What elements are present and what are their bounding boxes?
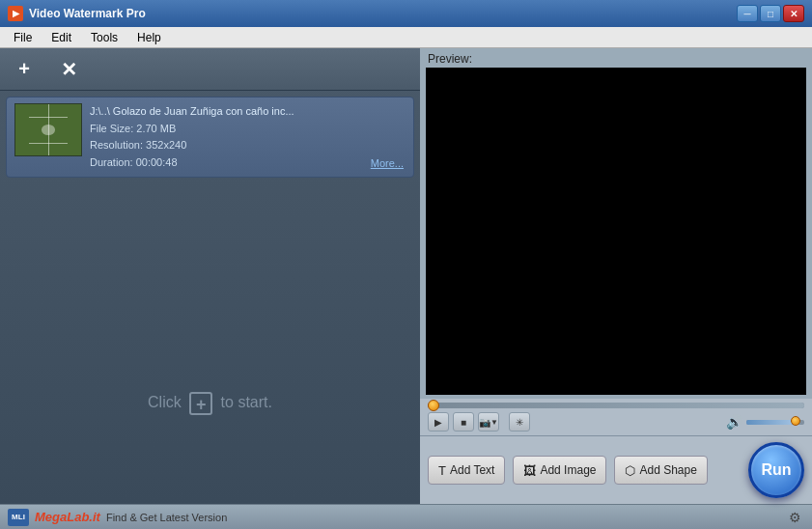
menu-tools[interactable]: Tools — [81, 29, 127, 46]
playback-bar: ▶ ■ 📷 ▼ ✳ 🔊 — [420, 399, 812, 435]
action-area: T Add Text 🖼 Add Image ⬡ Add Shape Run — [420, 435, 812, 504]
file-name: J:\..\ Golazo de Juan Zuñiga con caño in… — [90, 103, 302, 121]
file-info: J:\..\ Golazo de Juan Zuñiga con caño in… — [90, 103, 406, 171]
maximize-button[interactable]: □ — [760, 5, 781, 22]
plus-icon: + — [189, 392, 212, 415]
volume-thumb[interactable] — [791, 416, 800, 426]
camera-icon: 📷 — [479, 417, 490, 428]
add-image-button[interactable]: 🖼 Add Image — [513, 456, 606, 485]
status-bar: MLI MegaLab.it Find & Get Latest Version… — [0, 504, 812, 529]
preview-label: Preview: — [420, 48, 812, 68]
menu-edit[interactable]: Edit — [42, 29, 81, 46]
seek-thumb[interactable] — [428, 400, 439, 411]
app-icon: ▶ — [8, 6, 23, 21]
run-button[interactable]: Run — [748, 442, 804, 498]
add-file-button[interactable]: + — [10, 55, 39, 84]
text-icon: T — [438, 463, 446, 478]
add-image-label: Add Image — [540, 463, 596, 477]
menu-file[interactable]: File — [4, 29, 42, 46]
click-to-start-text: Click + to start. — [148, 392, 272, 415]
add-shape-button[interactable]: ⬡ Add Shape — [614, 456, 707, 485]
add-text-button[interactable]: T Add Text — [428, 456, 505, 485]
volume-icon: 🔊 — [726, 414, 742, 430]
volume-fill — [746, 420, 793, 425]
play-button[interactable]: ▶ — [428, 412, 449, 432]
menu-help[interactable]: Help — [127, 29, 171, 46]
remove-file-button[interactable]: ✕ — [54, 55, 83, 84]
menu-bar: File Edit Tools Help — [0, 27, 812, 48]
file-list: J:\..\ Golazo de Juan Zuñiga con caño in… — [0, 91, 420, 303]
title-bar: ▶ Video Watermark Pro ─ □ ✕ — [0, 0, 812, 27]
sparkle-button[interactable]: ✳ — [509, 412, 530, 432]
camera-dropdown-arrow: ▼ — [490, 418, 498, 427]
thumbnail-image — [15, 104, 81, 155]
shape-icon: ⬡ — [625, 463, 635, 478]
add-text-label: Add Text — [450, 463, 494, 477]
add-shape-label: Add Shape — [639, 463, 696, 477]
stop-button[interactable]: ■ — [453, 412, 474, 432]
file-list-item[interactable]: J:\..\ Golazo de Juan Zuñiga con caño in… — [6, 97, 414, 178]
camera-button[interactable]: 📷 ▼ — [478, 412, 499, 432]
status-text: Find & Get Latest Version — [106, 512, 779, 523]
image-icon: 🖼 — [523, 463, 536, 478]
settings-icon[interactable]: ⚙ — [785, 508, 804, 527]
volume-area: 🔊 — [726, 414, 804, 430]
preview-area — [426, 68, 806, 395]
sparkle-icon: ✳ — [516, 417, 523, 428]
close-button[interactable]: ✕ — [783, 5, 804, 22]
seek-bar[interactable] — [428, 403, 804, 408]
megalab-logo: MegaLab.it — [35, 510, 100, 524]
controls-row: ▶ ■ 📷 ▼ ✳ 🔊 — [428, 412, 804, 432]
right-panel: Preview: ▶ ■ 📷 ▼ ✳ 🔊 — [420, 48, 812, 504]
click-to-start-area: Click + to start. — [0, 303, 420, 504]
left-panel: + ✕ J:\..\ Golazo de Juan Zuñiga con cañ… — [0, 48, 420, 504]
mli-badge: MLI — [8, 509, 29, 526]
minimize-button[interactable]: ─ — [737, 5, 758, 22]
file-resolution: Resolution: 352x240 — [90, 137, 406, 154]
run-button-area: Run — [748, 442, 804, 498]
window-title: Video Watermark Pro — [29, 7, 737, 20]
file-duration: Duration: 00:00:48 — [90, 154, 406, 172]
window-controls: ─ □ ✕ — [737, 5, 804, 22]
main-layout: + ✕ J:\..\ Golazo de Juan Zuñiga con cañ… — [0, 48, 812, 504]
file-size: File Size: 2.70 MB — [90, 121, 406, 138]
file-thumbnail — [14, 103, 82, 156]
volume-slider[interactable] — [746, 420, 804, 425]
more-link[interactable]: More... — [371, 157, 404, 169]
toolbar: + ✕ — [0, 48, 420, 91]
